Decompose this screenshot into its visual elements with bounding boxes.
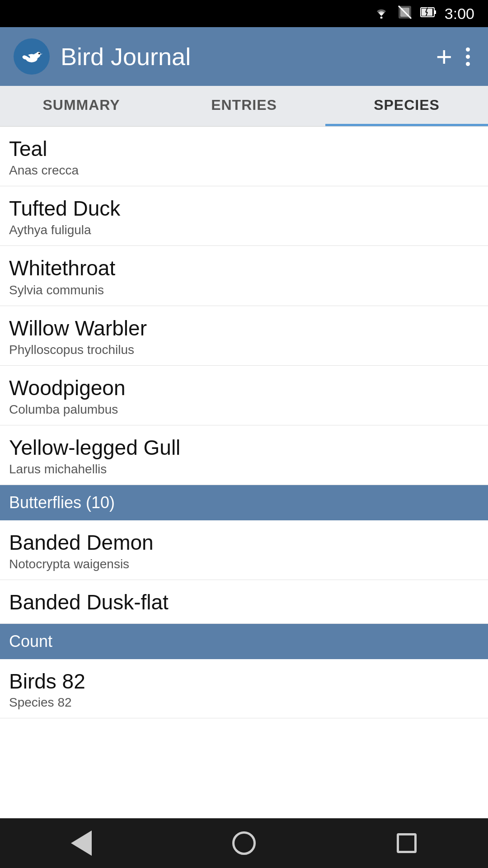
sim-icon [398, 5, 412, 23]
wifi-icon [373, 6, 389, 22]
list-item-woodpigeon[interactable]: Woodpigeon Columba palumbus [0, 366, 488, 425]
butterflies-section-header: Butterflies (10) [0, 485, 488, 520]
tab-entries[interactable]: ENTRIES [163, 86, 325, 126]
back-button[interactable] [66, 827, 97, 859]
app-title: Bird Journal [61, 42, 427, 71]
app-bar: Bird Journal + [0, 27, 488, 86]
status-bar: 3:00 [0, 0, 488, 27]
more-button[interactable] [461, 41, 474, 72]
dot1 [466, 47, 470, 52]
home-button[interactable] [228, 827, 260, 859]
add-button[interactable]: + [427, 42, 461, 71]
svg-point-0 [380, 16, 382, 19]
count-item: Birds 82 Species 82 [0, 659, 488, 718]
list-item-banded-demon[interactable]: Banded Demon Notocrypta waigensis [0, 520, 488, 580]
list-item-willow-warbler[interactable]: Willow Warbler Phylloscopus trochilus [0, 306, 488, 366]
recents-button[interactable] [391, 827, 422, 859]
list-item-teal[interactable]: Teal Anas crecca [0, 127, 488, 186]
list-item-tufted-duck[interactable]: Tufted Duck Aythya fuligula [0, 186, 488, 246]
list-item-whitethroat[interactable]: Whitethroat Sylvia communis [0, 246, 488, 306]
svg-rect-5 [434, 10, 436, 14]
tabs: SUMMARY ENTRIES SPECIES [0, 86, 488, 127]
nav-bar [0, 818, 488, 868]
back-icon [71, 830, 92, 856]
tab-species[interactable]: SPECIES [325, 86, 488, 126]
list-item-banded-dusk-flat[interactable]: Banded Dusk-flat [0, 580, 488, 623]
list-item-yellow-legged-gull[interactable]: Yellow-legged Gull Larus michahellis [0, 425, 488, 485]
count-section-header: Count [0, 624, 488, 659]
recents-icon [397, 833, 417, 853]
app-logo [14, 38, 50, 75]
battery-icon [420, 6, 436, 22]
home-icon [232, 831, 256, 855]
status-time: 3:00 [445, 5, 474, 23]
tab-summary[interactable]: SUMMARY [0, 86, 163, 126]
dot3 [466, 62, 470, 66]
species-list: Teal Anas crecca Tufted Duck Aythya fuli… [0, 127, 488, 818]
svg-point-14 [38, 53, 40, 55]
dot2 [466, 55, 470, 59]
